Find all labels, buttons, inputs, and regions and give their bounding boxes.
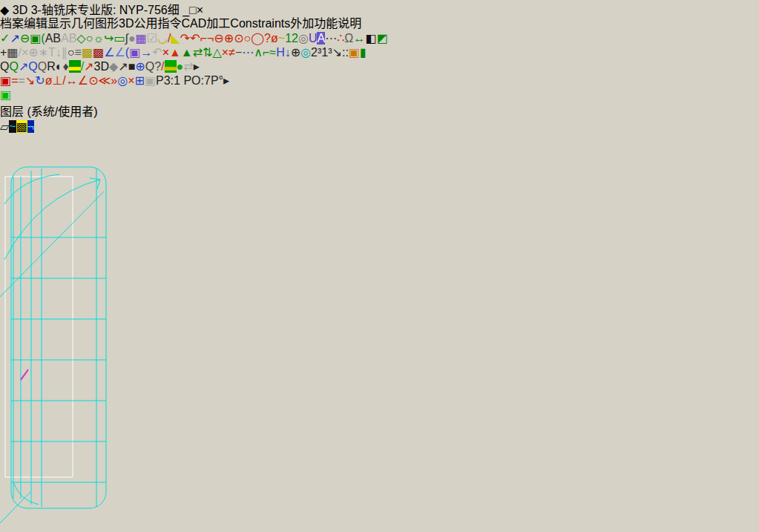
menu-machining[interactable]: 加工 xyxy=(206,17,230,30)
peaks-icon[interactable]: ∧ xyxy=(254,46,263,59)
cad-wireframe[interactable] xyxy=(0,134,163,532)
angle-dim-icon[interactable]: ∠ xyxy=(78,74,88,87)
zoom-window-icon[interactable]: Q xyxy=(0,60,9,73)
corner-blue-icon[interactable]: ¬ xyxy=(27,120,34,133)
layer-a-icon[interactable]: A xyxy=(317,32,325,45)
corner-icon[interactable]: ⌐ xyxy=(263,46,269,59)
curve-hook-icon[interactable]: ↪ xyxy=(104,32,114,45)
layer-u-icon[interactable]: U xyxy=(309,32,318,45)
redraw-icon[interactable]: R xyxy=(47,60,56,73)
menu-constraints[interactable]: Constraints xyxy=(230,17,290,30)
block-tool-icon[interactable]: ▬ xyxy=(165,60,177,73)
hatch-line-icon[interactable]: ≡ xyxy=(75,46,82,59)
more-tools-icon[interactable]: ▸ xyxy=(194,60,200,73)
menu-cad[interactable]: CAD xyxy=(182,17,207,30)
target-icon[interactable]: ⊕ xyxy=(291,46,300,59)
coord-13-icon[interactable]: 1³ xyxy=(321,46,332,59)
menu-3d[interactable]: 3D xyxy=(119,17,134,30)
rounded-rect-icon[interactable]: ▭ xyxy=(114,32,125,45)
copy-object-icon[interactable]: ▣ xyxy=(129,46,140,59)
table-icon[interactable]: ⊞ xyxy=(135,74,145,87)
zoom-help-icon[interactable]: ? xyxy=(154,60,161,73)
coord-23-icon[interactable]: 2³ xyxy=(311,46,321,59)
zoom-target-icon[interactable]: ⊕ xyxy=(135,60,145,73)
fillet-curve-icon[interactable]: ◡ xyxy=(157,32,168,45)
paint-icon[interactable]: / xyxy=(161,60,164,73)
angle-icon[interactable]: ∠ xyxy=(104,46,114,59)
shade-half-icon[interactable]: ◐ xyxy=(56,60,63,73)
verify-surface-icon[interactable]: ● xyxy=(177,60,184,73)
angle-measure-icon[interactable]: ∠ xyxy=(114,46,125,59)
point-grid-icon[interactable]: ▦ xyxy=(136,32,147,45)
block-rg-icon[interactable]: ▮ xyxy=(360,46,367,59)
hatch-xx-icon[interactable]: ▩ xyxy=(16,120,27,133)
hatch-yellow-icon[interactable]: ▩ xyxy=(82,46,93,59)
measure-diag-icon[interactable]: ↘ xyxy=(332,46,342,59)
gear-circle-icon[interactable]: ☼ xyxy=(93,32,104,45)
shade-bw-icon[interactable]: ◧ xyxy=(365,32,376,45)
zoom-in-icon[interactable]: Q xyxy=(28,60,37,73)
box-orange-icon[interactable]: ▣ xyxy=(349,46,360,59)
flip-h-icon[interactable]: ⇄ xyxy=(193,46,203,59)
zoom-window2-icon[interactable]: Q xyxy=(145,60,154,73)
align-tri-icon[interactable]: △ xyxy=(213,46,222,59)
constrain-rotate-icon[interactable]: ↻ xyxy=(35,74,45,87)
cad-viewport[interactable]: Y 151050-5-10-15 20 30 × xyxy=(0,134,759,532)
grid-icon[interactable]: ▦ xyxy=(7,46,18,59)
flag-icon[interactable]: ◣ xyxy=(171,32,180,45)
cube-wire-icon[interactable]: ▱ xyxy=(0,120,9,133)
perpendicular-icon[interactable]: ⊥ xyxy=(52,74,62,87)
dash-dots-icon[interactable]: ⋯ xyxy=(242,46,254,59)
double-arrow-icon[interactable]: » xyxy=(111,74,117,87)
join-dash-icon[interactable]: − xyxy=(235,46,242,59)
menu-help[interactable]: 说明 xyxy=(338,17,361,30)
linetype-dots-icon[interactable]: ⋯ xyxy=(325,32,337,45)
break-dash-icon[interactable]: ≠ xyxy=(229,46,235,59)
dim-diameter-icon[interactable]: ⊖ xyxy=(214,32,223,45)
next-arrow-icon[interactable]: → xyxy=(140,46,152,59)
polygon-icon[interactable]: ◇ xyxy=(76,32,85,45)
section-h-icon[interactable]: H xyxy=(276,46,285,59)
arrows-diag-icon[interactable]: ↗ xyxy=(84,60,93,73)
menu-common-commands[interactable]: 公用指令 xyxy=(134,17,182,30)
spin-view-icon[interactable]: ♦ xyxy=(62,60,68,73)
line-arrow-icon[interactable]: ↗ xyxy=(10,32,19,45)
constrain-h2-icon[interactable]: = xyxy=(18,74,24,87)
trim-arc-icon[interactable]: ↷ xyxy=(180,32,190,45)
hook-red-icon[interactable]: ¬ xyxy=(207,32,214,45)
menu-geometry[interactable]: 几何图形 xyxy=(71,17,119,30)
plane-icon[interactable]: ◆ xyxy=(109,60,118,73)
rect-diagonal-icon[interactable]: ▣ xyxy=(30,32,41,45)
dim-width-icon[interactable]: ↔ xyxy=(353,32,365,45)
circle-help-icon[interactable]: ? xyxy=(264,32,271,45)
hatch-circle-icon[interactable]: ◎ xyxy=(298,32,309,45)
menu-addons[interactable]: 外加功能 xyxy=(290,17,338,30)
menu-view[interactable]: 显示 xyxy=(47,17,71,30)
dots-grid-icon[interactable]: :: xyxy=(342,46,349,59)
ellipse-icon[interactable]: ○ xyxy=(86,32,93,45)
drop-box-icon[interactable]: ↓ xyxy=(285,46,291,59)
rotate-circle-icon[interactable]: ⊙ xyxy=(88,74,98,87)
cylinder-icon[interactable]: ◎ xyxy=(300,46,311,59)
circle-edit-icon[interactable]: ◯ xyxy=(251,32,264,45)
menu-edit[interactable]: 编辑 xyxy=(24,17,47,30)
draft-pencil-icon[interactable]: ≪ xyxy=(99,74,111,87)
hatch-red-icon[interactable]: ▩ xyxy=(93,46,104,59)
shade-tri-icon[interactable]: ◩ xyxy=(376,32,387,45)
filled-ellipse-icon[interactable]: ● xyxy=(128,32,136,45)
lamp-icon[interactable]: Ω xyxy=(344,32,353,45)
point-degree-icon[interactable]: P° xyxy=(211,74,223,87)
point-style-icon[interactable]: ∴ xyxy=(337,32,344,45)
constrain-diag-icon[interactable]: ↘ xyxy=(25,74,35,87)
break-x-icon[interactable]: × xyxy=(128,74,134,87)
camera-bar-icon[interactable]: ▬ xyxy=(69,60,81,73)
ellipse-black-icon[interactable]: ○ xyxy=(68,46,75,59)
view-3d-icon[interactable]: 3D xyxy=(93,60,108,73)
dim-radius-icon[interactable]: ⊕ xyxy=(224,32,234,45)
sketch-polyline-icon[interactable]: ✓ xyxy=(0,32,10,45)
width-dim-icon[interactable]: ↔ xyxy=(66,74,78,87)
extend-arc-icon[interactable]: ↶ xyxy=(190,32,200,45)
zoom-highlight-icon[interactable]: Q xyxy=(9,60,18,73)
move-up2-icon[interactable]: ▲ xyxy=(181,46,193,59)
view-swoosh-icon[interactable]: ~ xyxy=(9,120,16,133)
